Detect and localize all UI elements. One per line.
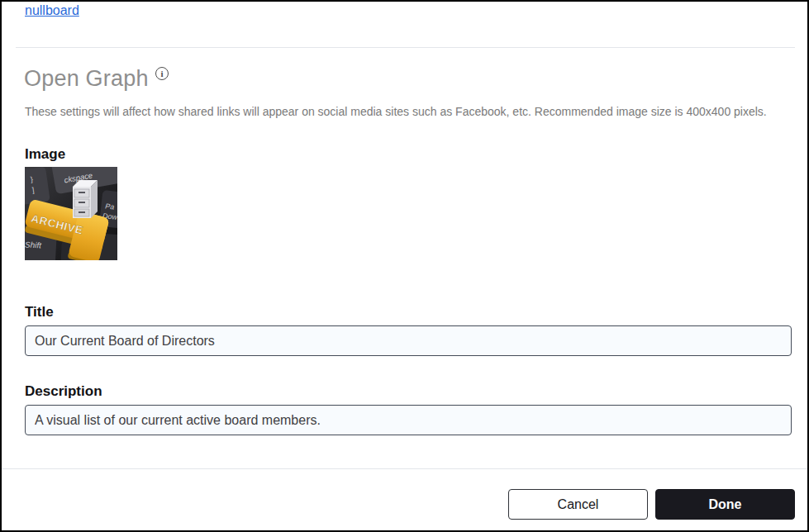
info-icon[interactable]: i <box>155 67 169 80</box>
image-field-label: Image <box>25 146 65 163</box>
footer-divider <box>2 468 807 469</box>
title-input[interactable] <box>25 325 792 356</box>
cancel-button[interactable]: Cancel <box>508 489 648 520</box>
description-field-label: Description <box>25 383 102 400</box>
open-graph-settings-panel: nullboard Open Graph i These settings wi… <box>0 0 809 532</box>
archive-keyboard-image: } ] ckspace Pa Dow Shift ↑ ARCHIVE <box>25 167 117 260</box>
title-field-label: Title <box>25 304 54 321</box>
shift-key-label: Shift <box>25 240 42 249</box>
section-description: These settings will affect how shared li… <box>25 103 769 120</box>
done-button[interactable]: Done <box>655 489 795 520</box>
description-input[interactable] <box>25 405 792 435</box>
og-image-thumbnail[interactable]: } ] ckspace Pa Dow Shift ↑ ARCHIVE <box>25 167 117 260</box>
header-divider <box>16 47 795 48</box>
pagedown-key-label-1: Pa <box>105 202 115 211</box>
filing-cabinet <box>73 180 98 218</box>
page-title: Open Graph <box>24 66 149 92</box>
nullboard-link[interactable]: nullboard <box>25 3 79 18</box>
